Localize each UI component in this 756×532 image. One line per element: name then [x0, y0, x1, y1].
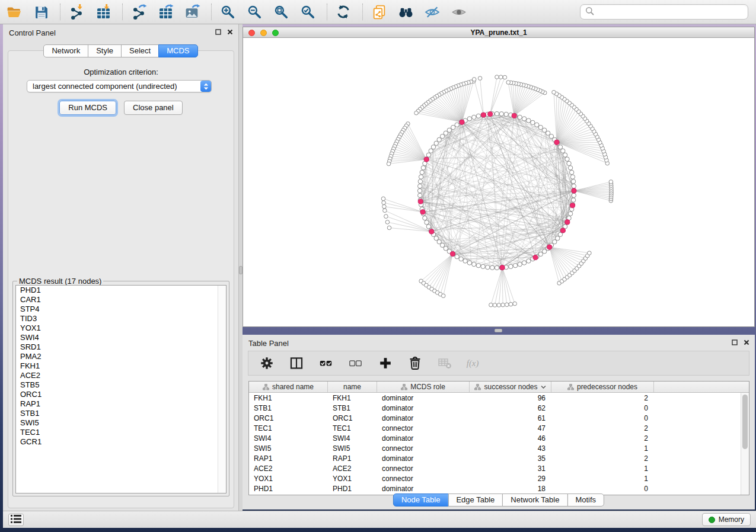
table-row[interactable]: PHD1PHD1dominator180	[249, 483, 749, 493]
column-header-successor-nodes[interactable]: successor nodes	[470, 382, 551, 392]
gear-icon[interactable]	[259, 355, 275, 371]
cell-shared-name[interactable]: ORC1	[249, 414, 328, 422]
table-tab-edge-table[interactable]: Edge Table	[448, 493, 503, 507]
hide-eye-icon[interactable]	[423, 3, 441, 21]
open-file-icon[interactable]	[5, 3, 23, 21]
cell-shared-name[interactable]: ACE2	[249, 464, 328, 473]
cell-MCDS-role[interactable]: connector	[377, 424, 470, 432]
cell-predecessor-nodes[interactable]: 2	[551, 394, 654, 402]
cell-successor-nodes[interactable]: 47	[470, 424, 551, 432]
cell-successor-nodes[interactable]: 46	[470, 434, 551, 443]
refresh-icon[interactable]	[334, 3, 352, 21]
cell-MCDS-role[interactable]: dominator	[377, 414, 470, 422]
search-input[interactable]	[597, 8, 748, 17]
find-binoculars-icon[interactable]	[397, 3, 414, 21]
cell-MCDS-role[interactable]: connector	[377, 444, 470, 453]
cell-name[interactable]: ACE2	[328, 464, 377, 473]
export-table-icon[interactable]	[157, 3, 174, 21]
float-table-panel-icon[interactable]	[732, 339, 738, 345]
mcds-result-item[interactable]: SWI5	[16, 418, 226, 428]
cell-name[interactable]: TEC1	[328, 424, 377, 432]
table-tab-motifs[interactable]: Motifs	[567, 493, 604, 507]
cell-name[interactable]: SWI4	[328, 434, 377, 443]
table-row[interactable]: STB1STB1dominator620	[249, 403, 749, 413]
cell-successor-nodes[interactable]: 61	[470, 414, 551, 422]
cell-predecessor-nodes[interactable]: 1	[551, 475, 654, 483]
uncheck-all-icon[interactable]	[347, 355, 364, 371]
show-eye-icon[interactable]	[450, 3, 468, 21]
import-network-icon[interactable]	[68, 3, 85, 21]
trash-icon[interactable]	[407, 355, 423, 371]
table-row[interactable]: ACE2ACE2connector311	[249, 463, 749, 473]
network-window-titlebar[interactable]: YPA_prune.txt_1	[243, 27, 754, 38]
table-row[interactable]: SWI5SWI5connector431	[249, 443, 749, 453]
import-table-icon[interactable]	[94, 3, 112, 21]
cell-successor-nodes[interactable]: 43	[470, 444, 551, 453]
export-network-icon[interactable]	[130, 3, 148, 21]
search-box[interactable]	[580, 4, 748, 20]
cell-predecessor-nodes[interactable]: 0	[551, 404, 654, 412]
optimization-criterion-select[interactable]: largest connected component (undirected)	[27, 80, 212, 92]
cell-shared-name[interactable]: RAP1	[249, 454, 328, 463]
close-table-panel-icon[interactable]	[744, 339, 749, 345]
export-image-icon[interactable]	[183, 3, 201, 21]
mcds-result-item[interactable]: SRD1	[16, 342, 226, 352]
mcds-result-item[interactable]: GCR1	[16, 437, 226, 447]
cell-successor-nodes[interactable]: 31	[470, 464, 551, 473]
mcds-result-item[interactable]: TID3	[16, 314, 226, 323]
mcds-result-item[interactable]: YOX1	[16, 323, 226, 333]
mcds-result-item[interactable]: PMA2	[16, 352, 226, 361]
table-row[interactable]: TEC1TEC1connector472	[249, 423, 749, 433]
zoom-selected-icon[interactable]	[299, 3, 317, 21]
horizontal-splitter-grip[interactable]	[495, 329, 502, 332]
network-graph[interactable]	[243, 39, 754, 326]
run-mcds-button[interactable]: Run MCDS	[59, 101, 116, 115]
cell-predecessor-nodes[interactable]: 0	[551, 485, 654, 493]
cell-shared-name[interactable]: PHD1	[249, 485, 328, 493]
cell-shared-name[interactable]: TEC1	[249, 424, 328, 432]
cell-predecessor-nodes[interactable]: 1	[551, 464, 654, 473]
cell-successor-nodes[interactable]: 62	[470, 404, 551, 412]
show-panels-list-button[interactable]	[8, 514, 24, 526]
table-scrollbar-thumb[interactable]	[742, 395, 748, 449]
cell-shared-name[interactable]: YOX1	[249, 475, 328, 483]
cell-shared-name[interactable]: FKH1	[249, 394, 328, 402]
table-row[interactable]: YOX1YOX1connector291	[249, 473, 749, 483]
zoom-in-icon[interactable]	[219, 3, 237, 21]
close-window-icon[interactable]	[248, 30, 255, 36]
mcds-result-item[interactable]: SWI4	[16, 333, 226, 342]
memory-button[interactable]: Memory	[702, 513, 751, 526]
zoom-out-icon[interactable]	[245, 3, 263, 21]
mcds-result-item[interactable]: STB5	[16, 380, 226, 390]
column-header-shared-name[interactable]: shared name	[249, 382, 328, 392]
cell-shared-name[interactable]: STB1	[249, 404, 328, 412]
tab-mcds[interactable]: MCDS	[158, 44, 197, 57]
column-header-MCDS-role[interactable]: MCDS role	[377, 382, 470, 392]
table-row[interactable]: SWI4SWI4dominator462	[249, 433, 749, 443]
result-list-scrollbar[interactable]	[218, 286, 226, 493]
cell-successor-nodes[interactable]: 29	[470, 475, 551, 483]
cell-predecessor-nodes[interactable]: 2	[551, 454, 654, 463]
mcds-result-item[interactable]: PHD1	[16, 286, 226, 295]
cell-MCDS-role[interactable]: dominator	[377, 394, 470, 402]
cell-predecessor-nodes[interactable]: 2	[551, 434, 654, 443]
cell-MCDS-role[interactable]: dominator	[377, 404, 470, 412]
add-row-icon[interactable]	[377, 355, 394, 371]
mcds-result-item[interactable]: STB1	[16, 409, 226, 418]
table-row[interactable]: FKH1FKH1dominator962	[249, 393, 749, 403]
table-tab-network-table[interactable]: Network Table	[502, 493, 567, 507]
tab-network[interactable]: Network	[43, 44, 88, 57]
cell-MCDS-role[interactable]: connector	[377, 464, 470, 473]
network-canvas[interactable]	[243, 39, 754, 326]
mcds-result-item[interactable]: ORC1	[16, 390, 226, 399]
column-header-predecessor-nodes[interactable]: predecessor nodes	[551, 382, 654, 392]
split-view-icon[interactable]	[288, 355, 305, 371]
mcds-result-item[interactable]: CAR1	[16, 295, 226, 305]
maximize-window-icon[interactable]	[272, 30, 279, 36]
cell-MCDS-role[interactable]: dominator	[377, 485, 470, 493]
table-row[interactable]: ORC1ORC1dominator610	[249, 413, 749, 423]
mcds-result-list[interactable]: PHD1CAR1STP4TID3YOX1SWI4SRD1PMA2FKH1ACE2…	[15, 285, 227, 493]
table-tab-node-table[interactable]: Node Table	[393, 493, 449, 507]
zoom-fit-icon[interactable]	[272, 3, 290, 21]
cell-successor-nodes[interactable]: 18	[470, 485, 551, 493]
